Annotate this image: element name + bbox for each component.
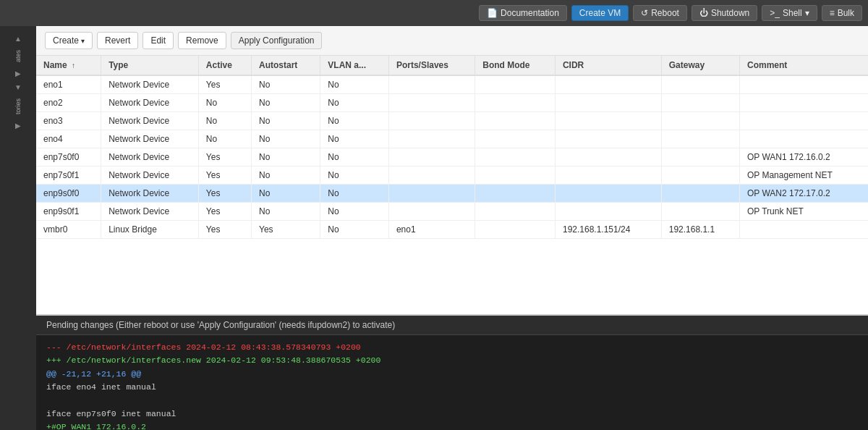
cell-cidr [555, 148, 661, 166]
layout: ▲ ates ▶ ▼ tories ▶ Create ▾ Revert Edit… [0, 26, 868, 430]
cell-comment [739, 221, 868, 239]
cell-active: Yes [198, 185, 251, 203]
cell-gateway [661, 185, 739, 203]
shutdown-button[interactable]: ⏻ Shutdown [692, 5, 757, 21]
cell-comment: OP WAN2 172.17.0.2 [739, 185, 868, 203]
cell-active: Yes [198, 148, 251, 166]
cell-vlan: No [320, 112, 389, 130]
cell-bondmode [475, 130, 556, 148]
bulk-button[interactable]: ≡ Bulk [822, 5, 862, 21]
cell-cidr [555, 203, 661, 221]
cell-bondmode [475, 166, 556, 185]
sidebar-arrow-2[interactable]: ▶ [12, 119, 24, 132]
cell-autostart: No [252, 130, 320, 148]
cell-type: Network Device [101, 130, 199, 148]
cell-name: vmbr0 [36, 221, 101, 239]
table-row[interactable]: enp7s0f1Network DeviceYesNoNoOP Manageme… [36, 166, 868, 185]
cell-bondmode [475, 112, 556, 130]
table-row[interactable]: eno4Network DeviceNoNoNo [36, 130, 868, 148]
table-row[interactable]: eno2Network DeviceNoNoNo [36, 94, 868, 112]
cell-vlan: No [320, 75, 389, 94]
cell-autostart: No [252, 185, 320, 203]
cell-name: enp9s0f0 [36, 185, 101, 203]
cell-name: eno1 [36, 75, 101, 94]
cell-type: Network Device [101, 185, 199, 203]
cell-ports [388, 148, 475, 166]
sidebar: ▲ ates ▶ ▼ tories ▶ [0, 26, 36, 430]
cell-autostart: No [252, 148, 320, 166]
cell-name: eno2 [36, 94, 101, 112]
cell-vlan: No [320, 166, 389, 185]
sidebar-item-tories[interactable]: tories [14, 94, 22, 119]
cell-bondmode [475, 203, 556, 221]
col-header-name[interactable]: Name ↑ [36, 56, 101, 75]
cell-name: enp7s0f1 [36, 166, 101, 185]
cell-vlan: No [320, 185, 389, 203]
cell-active: Yes [198, 203, 251, 221]
cell-ports [388, 185, 475, 203]
pending-changes-panel: Pending changes (Either reboot or use 'A… [36, 314, 868, 430]
sidebar-item-ates[interactable]: ates [14, 46, 22, 67]
cell-vlan: No [320, 221, 389, 239]
reboot-button[interactable]: ↺ Reboot [633, 5, 687, 21]
revert-button[interactable]: Revert [97, 32, 138, 49]
remove-button[interactable]: Remove [178, 32, 226, 49]
pending-header: Pending changes (Either reboot or use 'A… [36, 316, 868, 335]
cell-bondmode [475, 94, 556, 112]
col-header-ports[interactable]: Ports/Slaves [388, 56, 475, 75]
cell-name: enp9s0f1 [36, 203, 101, 221]
cell-autostart: Yes [252, 221, 320, 239]
cell-comment: OP Trunk NET [739, 203, 868, 221]
cell-gateway [661, 94, 739, 112]
network-table-container: Name ↑ Type Active Autostart [36, 56, 868, 314]
sidebar-collapse-mid[interactable]: ▼ [12, 80, 25, 94]
create-vm-button[interactable]: Create VM [571, 5, 629, 21]
edit-button[interactable]: Edit [142, 32, 174, 49]
cell-comment [739, 94, 868, 112]
cell-ports [388, 203, 475, 221]
documentation-button[interactable]: 📄 Documentation [479, 5, 567, 21]
cell-comment: OP Management NET [739, 166, 868, 185]
col-header-type[interactable]: Type [101, 56, 199, 75]
table-row[interactable]: eno3Network DeviceNoNoNo [36, 112, 868, 130]
sidebar-collapse-top[interactable]: ▲ [12, 32, 25, 46]
col-header-active[interactable]: Active [198, 56, 251, 75]
col-header-comment[interactable]: Comment [739, 56, 868, 75]
table-row[interactable]: enp9s0f1Network DeviceYesNoNoOP Trunk NE… [36, 203, 868, 221]
sidebar-arrow-1[interactable]: ▶ [12, 67, 24, 80]
cell-cidr [555, 75, 661, 94]
cell-autostart: No [252, 166, 320, 185]
power-icon: ⏻ [699, 8, 708, 18]
col-header-autostart[interactable]: Autostart [252, 56, 320, 75]
cell-active: No [198, 112, 251, 130]
cell-ports [388, 94, 475, 112]
cell-type: Network Device [101, 148, 199, 166]
toolbar: Create ▾ Revert Edit Remove Apply Config… [36, 26, 868, 56]
cell-active: Yes [198, 221, 251, 239]
table-row[interactable]: enp7s0f0Network DeviceYesNoNoOP WAN1 172… [36, 148, 868, 166]
cell-cidr [555, 185, 661, 203]
shell-icon: >_ [770, 8, 780, 18]
network-table: Name ↑ Type Active Autostart [36, 56, 868, 239]
bulk-icon: ≡ [830, 8, 835, 18]
cell-active: No [198, 94, 251, 112]
cell-ports [388, 166, 475, 185]
col-header-vlan[interactable]: VLAN a... [320, 56, 389, 75]
apply-config-button[interactable]: Apply Configuration [231, 32, 323, 49]
col-header-cidr[interactable]: CIDR [555, 56, 661, 75]
cell-autostart: No [252, 112, 320, 130]
col-header-bondmode[interactable]: Bond Mode [475, 56, 556, 75]
table-row[interactable]: vmbr0Linux BridgeYesYesNoeno1192.168.1.1… [36, 221, 868, 239]
cell-bondmode [475, 185, 556, 203]
cell-gateway [661, 130, 739, 148]
cell-bondmode [475, 221, 556, 239]
shell-button[interactable]: >_ Shell ▾ [762, 5, 817, 21]
col-header-gateway[interactable]: Gateway [661, 56, 739, 75]
create-button[interactable]: Create ▾ [45, 32, 93, 49]
cell-bondmode [475, 148, 556, 166]
table-row[interactable]: eno1Network DeviceYesNoNo [36, 75, 868, 94]
cell-gateway: 192.168.1.1 [661, 221, 739, 239]
table-row[interactable]: enp9s0f0Network DeviceYesNoNoOP WAN2 172… [36, 185, 868, 203]
cell-gateway [661, 166, 739, 185]
reboot-icon: ↺ [641, 8, 648, 18]
